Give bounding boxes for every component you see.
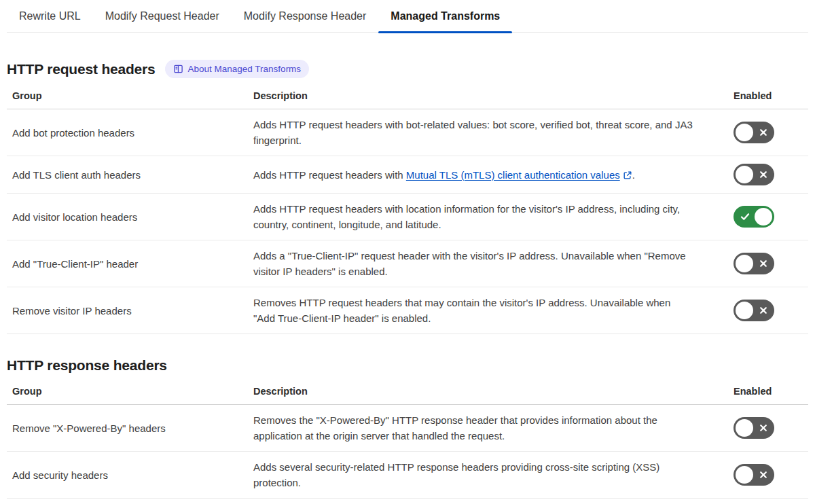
x-icon — [759, 259, 767, 268]
toggle-knob — [736, 124, 753, 141]
description-text: Removes the "X-Powered-By" HTTP response… — [248, 405, 728, 452]
toggle-knob — [736, 466, 753, 484]
managed-transforms-page: Rewrite URLModify Request HeaderModify R… — [0, 0, 815, 499]
table-row: Add bot protection headersAdds HTTP requ… — [7, 109, 808, 156]
tab-modify-request-header[interactable]: Modify Request Header — [93, 0, 232, 32]
table-row: Add visitor location headersAdds HTTP re… — [7, 194, 808, 240]
check-icon — [740, 213, 750, 221]
toggle-knob — [736, 419, 753, 437]
response-headers-table: Group Description Enabled Remove "X-Powe… — [7, 380, 808, 499]
response-headers-title: HTTP response headers — [7, 357, 167, 374]
enabled-cell — [728, 452, 808, 499]
x-icon — [759, 471, 767, 479]
column-header-enabled: Enabled — [728, 85, 808, 109]
response-headers-section-head: HTTP response headers — [7, 357, 808, 374]
toggle-knob — [736, 255, 753, 272]
enabled-toggle-add-security-headers[interactable] — [734, 464, 774, 486]
tab-rewrite-url[interactable]: Rewrite URL — [7, 0, 93, 32]
tab-modify-response-header[interactable]: Modify Response Header — [232, 0, 379, 32]
group-label: Add "True-Client-IP" header — [7, 240, 248, 287]
enabled-toggle-remove-x-powered-by-headers[interactable] — [734, 417, 774, 439]
group-label: Add security headers — [7, 452, 248, 499]
table-header-row: Group Description Enabled — [7, 85, 808, 109]
group-label: Remove "X-Powered-By" headers — [7, 405, 248, 452]
external-link-icon — [623, 170, 632, 180]
request-headers-table: Group Description Enabled Add bot protec… — [7, 85, 808, 334]
transform-rules-tabbar: Rewrite URLModify Request HeaderModify R… — [7, 0, 808, 33]
group-label: Add TLS client auth headers — [7, 156, 248, 194]
enabled-toggle-add-tls-client-auth-headers[interactable] — [734, 164, 774, 185]
table-row: Add TLS client auth headersAdds HTTP req… — [7, 156, 808, 194]
table-row: Remove visitor IP headersRemoves HTTP re… — [7, 287, 808, 334]
group-label: Add bot protection headers — [7, 109, 248, 156]
description-text: Adds HTTP request headers with location … — [248, 194, 728, 240]
x-icon — [759, 306, 767, 314]
enabled-toggle-remove-visitor-ip-headers[interactable] — [734, 300, 774, 321]
about-managed-transforms-badge[interactable]: About Managed Transforms — [165, 60, 310, 78]
tab-managed-transforms[interactable]: Managed Transforms — [378, 0, 512, 32]
enabled-toggle-add-true-client-ip-header[interactable] — [734, 253, 774, 274]
description-text: Adds several security-related HTTP respo… — [248, 452, 728, 499]
column-header-description: Description — [248, 380, 728, 405]
table-header-row: Group Description Enabled — [7, 380, 808, 405]
enabled-cell — [728, 156, 808, 194]
enabled-cell — [728, 109, 808, 156]
description-text: Adds a "True-Client-IP" request header w… — [248, 240, 728, 287]
book-icon — [173, 64, 183, 74]
enabled-cell — [728, 194, 808, 240]
table-row: Add security headersAdds several securit… — [7, 452, 808, 499]
description-text: Adds HTTP request headers with Mutual TL… — [248, 156, 728, 194]
enabled-cell — [728, 405, 808, 452]
enabled-cell — [728, 240, 808, 287]
table-row: Add "True-Client-IP" headerAdds a "True-… — [7, 240, 808, 287]
toggle-knob — [755, 208, 772, 226]
badge-label: About Managed Transforms — [188, 64, 302, 74]
column-header-group: Group — [7, 85, 248, 109]
toggle-knob — [736, 166, 753, 183]
column-header-description: Description — [248, 85, 728, 109]
x-icon — [759, 170, 767, 179]
column-header-enabled: Enabled — [728, 380, 808, 405]
group-label: Remove visitor IP headers — [7, 287, 248, 334]
toggle-knob — [736, 302, 753, 319]
description-text: Removes HTTP request headers that may co… — [248, 287, 728, 334]
enabled-toggle-add-visitor-location-headers[interactable] — [734, 206, 774, 228]
column-header-group: Group — [7, 380, 248, 405]
enabled-toggle-add-bot-protection-headers[interactable] — [734, 122, 774, 143]
x-icon — [759, 424, 767, 432]
request-headers-section-head: HTTP request headers About Managed Trans… — [7, 60, 808, 78]
mtls-docs-link[interactable]: Mutual TLS (mTLS) client authentication … — [406, 169, 620, 181]
x-icon — [759, 128, 767, 137]
request-headers-title: HTTP request headers — [7, 61, 156, 77]
description-text: Adds HTTP request headers with bot-relat… — [248, 109, 728, 156]
enabled-cell — [728, 287, 808, 334]
table-row: Remove "X-Powered-By" headersRemoves the… — [7, 405, 808, 452]
group-label: Add visitor location headers — [7, 194, 248, 240]
